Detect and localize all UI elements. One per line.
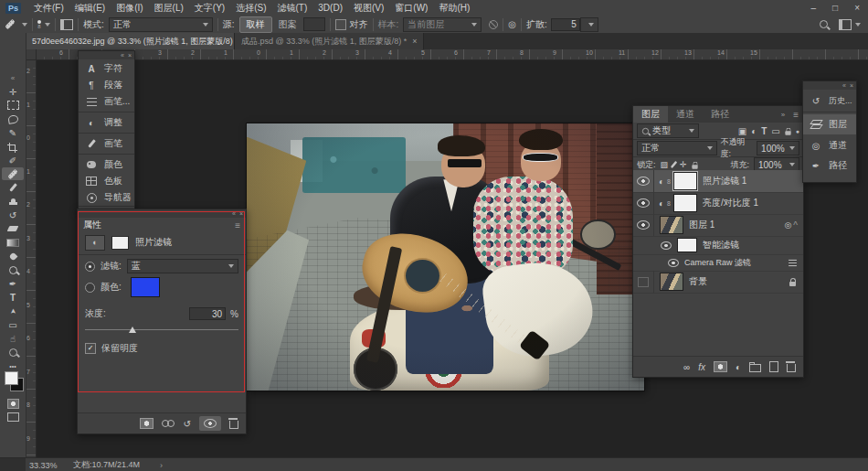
quick-mask-button[interactable] [2,397,24,410]
layer-row-layer1[interactable]: 图层 1 ◎ ^ [633,214,803,237]
tab-doc1[interactable]: 57d0ee646032e.jpg @ 33.3% (照片滤镜 1, 图层蒙版/… [26,33,235,49]
toggle-brush-panel-button[interactable] [60,19,73,30]
filter-adjustment-layers-icon[interactable]: ◐ [751,126,757,136]
layer-mask-thumbnail[interactable] [673,194,697,212]
quick-selection-tool[interactable]: ✎ [2,126,24,139]
panel-button-swatches[interactable]: 色板 [79,173,134,189]
clip-to-layer-icon[interactable] [162,420,175,427]
menu-image[interactable]: 图像(I) [111,2,148,15]
diffusion-value-field[interactable]: 5 [551,18,580,31]
tool-preset-picker[interactable] [5,22,27,27]
type-tool[interactable]: T [2,291,24,304]
filter-smart-objects-icon[interactable] [785,131,790,135]
visibility-toggle[interactable] [633,271,654,293]
menu-select[interactable]: 选择(S) [230,2,271,15]
lock-all-icon[interactable] [692,165,697,169]
close-icon[interactable]: × [239,210,243,217]
pattern-picker[interactable] [303,17,325,31]
panel-button-character[interactable]: A字符 [79,60,134,77]
shape-tool[interactable]: ▭ [2,318,24,331]
window-minimize-button[interactable]: – [803,3,825,13]
collapse-panel-icon[interactable]: « [842,82,846,89]
visibility-toggle[interactable] [633,214,654,236]
mode-select[interactable]: 正常 [109,17,213,32]
layer-row-background[interactable]: 背景 [633,271,803,294]
tab-layers[interactable]: 图层 [633,106,668,123]
new-adjustment-layer-icon[interactable]: ◐ [736,362,741,372]
color-radio[interactable] [85,283,95,293]
menu-type[interactable]: 文字(Y) [189,2,230,15]
healing-brush-tool[interactable] [2,167,24,180]
density-value-field[interactable]: 30 [189,307,226,320]
panel-button-navigator[interactable]: 导航器 [79,189,134,206]
clone-stamp-tool[interactable] [2,195,24,208]
panel-button-color[interactable]: 颜色 [79,156,134,173]
layer-row-brightness-contrast[interactable]: ◐ 8 亮度/对比度 1 [633,192,803,215]
filter-type-layers-icon[interactable]: T [761,126,767,136]
eye-icon[interactable] [661,241,672,250]
filter-pixel-layers-icon[interactable]: ▣ [738,126,746,136]
layer-row-photo-filter[interactable]: ◐ 8 照片滤镜 1 [633,170,803,193]
brush-size-picker[interactable]: 8 [37,20,41,29]
source-pattern-button[interactable]: 图案 [272,17,303,32]
collapse-panel-icon[interactable]: » [778,111,789,119]
preserve-luminosity-checkbox[interactable]: ✓ [85,343,96,354]
lasso-tool[interactable] [2,112,24,125]
panel-button-channels[interactable]: ◎ 通道 [803,136,856,155]
panel-menu-icon[interactable]: ≡ [235,220,240,230]
lock-transparency-icon[interactable]: ▨ [661,160,669,169]
gradient-tool[interactable] [2,236,24,249]
panel-button-paths[interactable]: ✒ 路径 [803,156,856,175]
collapse-panel-icon[interactable]: « [232,210,236,217]
pen-tool[interactable]: ✒ [2,277,24,290]
close-icon[interactable]: × [412,37,417,46]
panel-button-paragraph[interactable]: ¶段落 [79,77,134,93]
density-slider-thumb[interactable] [129,326,136,333]
filter-type-select[interactable]: 类型 [637,123,699,138]
lock-position-icon[interactable]: ✛ [680,160,687,169]
diffusion-select[interactable] [580,17,598,32]
panel-button-adjustments[interactable]: ◐调整 [79,114,134,131]
new-group-icon[interactable] [749,364,761,372]
menu-edit[interactable]: 编辑(E) [69,2,111,15]
layer-row-camera-raw[interactable]: Camera Raw 滤镜 [633,254,803,272]
search-icon[interactable] [820,20,828,28]
panel-menu-icon[interactable]: ≡ [789,110,803,120]
opacity-select[interactable]: 100% [757,141,799,155]
hand-tool[interactable]: ☝ [2,332,24,345]
close-icon[interactable]: × [850,82,853,89]
visibility-toggle[interactable] [633,192,654,214]
new-layer-icon[interactable] [769,361,778,372]
layer-mask-thumbnail[interactable] [673,172,697,190]
density-slider[interactable] [85,325,238,336]
layer-thumbnail[interactable] [660,216,683,234]
close-icon[interactable]: × [128,52,132,59]
filter-shape-layers-icon[interactable]: ▭ [771,126,779,136]
menu-help[interactable]: 帮助(H) [433,2,475,15]
lock-pixels-icon[interactable] [671,161,677,168]
visibility-toggle[interactable] [633,170,654,192]
panel-button-layers[interactable]: 图层 [803,114,856,134]
menu-view[interactable]: 视图(V) [348,2,389,15]
menu-window[interactable]: 窗口(W) [389,2,433,15]
move-tool[interactable]: ✛ [2,85,24,98]
filter-mask-thumbnail[interactable] [677,238,697,252]
mask-thumbnail-icon[interactable] [111,236,129,250]
menu-3d[interactable]: 3D(D) [312,3,348,13]
color-swatch[interactable] [131,277,160,297]
eraser-tool[interactable] [2,222,24,235]
eye-icon[interactable] [668,259,679,267]
visibility-toggle[interactable] [199,416,221,431]
add-layer-mask-icon[interactable] [714,361,727,372]
history-brush-tool[interactable]: ↺ [2,209,24,221]
filter-options-icon[interactable] [789,259,797,265]
ignore-adjustment-layers-icon[interactable] [489,20,498,29]
layer-style-icon[interactable]: fx [698,362,705,372]
source-sampled-button[interactable]: 取样 [239,16,272,33]
eyedropper-tool[interactable]: ✐ [2,154,24,166]
dodge-tool[interactable] [2,263,24,276]
layer-row-smart-filters[interactable]: 智能滤镜 [633,236,803,255]
airbrush-icon[interactable]: ◎ [508,19,516,29]
zoom-level[interactable]: 33.33% [29,461,73,470]
edit-toolbar-button[interactable]: ••• [2,359,24,372]
